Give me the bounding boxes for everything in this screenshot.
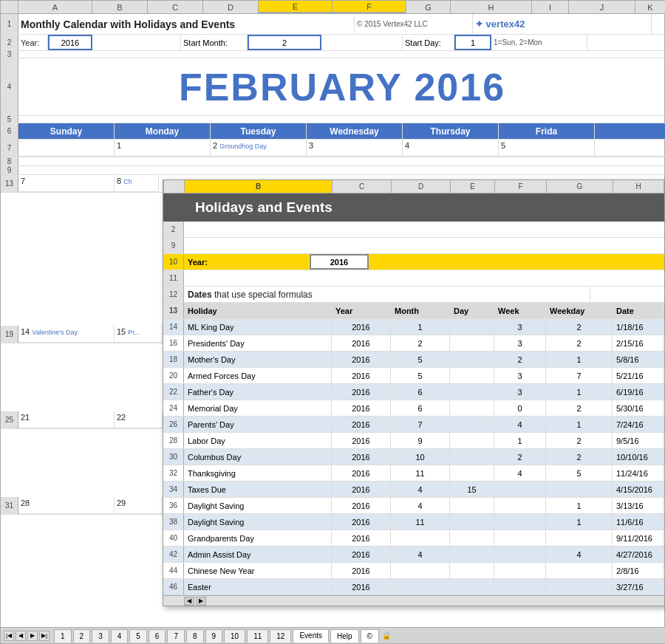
tab-3[interactable]: 3: [92, 629, 109, 643]
tab-events[interactable]: Events: [293, 629, 329, 643]
start-month-value[interactable]: 2: [248, 35, 321, 50]
cal-r2-mon-partial: 8 Ch: [115, 175, 159, 192]
col-weekday-header: Weekday: [546, 303, 613, 318]
month-val-26: 7: [391, 417, 450, 432]
overlay-data-row-22: 22 Father's Day 2016 6 3 1 6/19/16: [163, 384, 664, 400]
year-val-34: 2016: [332, 482, 391, 497]
sunday-header: Sunday: [18, 123, 115, 139]
tab-12[interactable]: 12: [270, 629, 291, 643]
overlay-rownum-34: 34: [163, 482, 184, 497]
overlay-col-d: D: [392, 180, 451, 193]
tab-navigation: |◀ ◀ ▶ ▶|: [1, 631, 52, 641]
tab-bar: |◀ ◀ ▶ ▶| 1 2 3 4 5 6 7 8 9 10 11 12 Eve…: [1, 627, 665, 643]
title-cell: Monthly Calendar with Holidays and Event…: [18, 14, 355, 34]
week-val-14: 3: [494, 319, 546, 335]
overlay-data-row-24: 24 Memorial Day 2016 6 0 2 5/30/16: [163, 400, 664, 417]
day-val-14: [450, 319, 494, 335]
month-header-cell: FEBRUARY 2016: [18, 58, 665, 115]
weekday-note-cell: 1=Sun, 2=Mon: [491, 35, 587, 50]
tab-4[interactable]: 4: [111, 629, 129, 643]
holiday-name-38: Daylight Saving: [184, 514, 332, 530]
week-val-32: 4: [494, 465, 546, 481]
tab-1[interactable]: 1: [54, 629, 72, 643]
overlay-data-row-30: 30 Columbus Day 2016 10 2 2 10/10/16: [163, 449, 664, 465]
date-val-46: 3/27/16: [613, 579, 664, 595]
tab-7[interactable]: 7: [167, 629, 185, 643]
rownum-19: 19: [1, 326, 18, 343]
col-header-row: A B C D E F G H I J K: [1, 1, 665, 14]
month-val-16: 2: [391, 335, 450, 351]
day-val-16: [450, 335, 494, 351]
tab-help[interactable]: Help: [330, 629, 359, 643]
overlay-rownum-2: 2: [163, 222, 184, 237]
year-val-14: 2016: [332, 319, 391, 335]
overlay-scroll-tabs: ◀ ▶: [184, 597, 206, 606]
tab-copyright[interactable]: ©: [361, 629, 379, 643]
weekday-val-26: 1: [546, 417, 613, 432]
overlay-rownum-30: 30: [163, 449, 184, 465]
weekday-val-22: 1: [546, 384, 613, 400]
day-val-44: [450, 563, 494, 578]
overlay-data-row-36: 36 Daylight Saving 2016 4 1 3/13/16: [163, 498, 664, 514]
tab-prev-arrow[interactable]: ◀: [16, 631, 26, 641]
holidays-events-panel: B C D E F G H Holidays and Events 2 9 10…: [163, 179, 665, 606]
year-val-22: 2016: [332, 384, 391, 400]
tab-first-arrow[interactable]: |◀: [4, 631, 14, 641]
overlay-col-h: H: [613, 180, 664, 193]
year-value-overlay[interactable]: 2016: [310, 254, 369, 270]
tab-9[interactable]: 9: [205, 629, 223, 643]
tab-2[interactable]: 2: [73, 629, 91, 643]
holiday-name-16: Presidents' Day: [184, 335, 332, 351]
week-val-36: [494, 498, 546, 513]
month-val-18: 5: [391, 352, 450, 367]
overlay-data-rows: 14 ML King Day 2016 1 3 2 1/18/16 16 Pre…: [163, 319, 664, 595]
tab-next-arrow[interactable]: ▶: [27, 631, 38, 641]
month-val-30: 10: [391, 449, 450, 465]
rownum-4: 4: [1, 58, 18, 115]
rownum-5: 5: [1, 116, 18, 123]
row-1: 1 Monthly Calendar with Holidays and Eve…: [1, 14, 665, 35]
week-val-20: 3: [494, 368, 546, 383]
weekday-val-32: 5: [546, 465, 613, 481]
date-val-28: 9/5/16: [613, 433, 664, 448]
tab-8[interactable]: 8: [186, 629, 204, 643]
cal-r1-sun: [18, 140, 115, 157]
tab-last-arrow[interactable]: ▶|: [39, 631, 50, 641]
week-val-28: 1: [494, 433, 546, 448]
holiday-name-32: Thanksgiving: [184, 465, 332, 481]
day-val-42: [450, 547, 494, 562]
cal-r1-fri: 5: [499, 140, 595, 157]
scroll-right[interactable]: ▶: [196, 597, 206, 606]
overlay-data-row-32: 32 Thanksgiving 2016 11 4 5 11/24/16: [163, 465, 664, 482]
start-day-value[interactable]: 1: [454, 35, 491, 50]
date-val-16: 2/15/16: [613, 335, 664, 351]
overlay-row-12: 12 Dates that use special formulas: [163, 287, 664, 303]
overlay-rownum-14: 14: [163, 319, 184, 335]
tab-11[interactable]: 11: [247, 629, 268, 643]
weekday-val-24: 2: [546, 400, 613, 416]
spacer1: [92, 35, 181, 50]
date-val-24: 5/30/16: [613, 400, 664, 416]
month-val-28: 9: [391, 433, 450, 448]
day-val-32: [450, 465, 494, 481]
month-val-22: 6: [391, 384, 450, 400]
row-9: 9: [1, 166, 665, 175]
tab-10[interactable]: 10: [224, 629, 245, 643]
year-val-44: 2016: [332, 563, 391, 578]
overlay-data-row-46: 46 Easter 2016 3/27/16: [163, 579, 664, 595]
weekday-val-40: [546, 530, 613, 546]
date-val-20: 5/21/16: [613, 368, 664, 383]
overlay-rownum-28: 28: [163, 433, 184, 448]
overlay-h-scroll[interactable]: ◀ ▶: [163, 595, 664, 606]
row-6: 6 Sunday Monday Tuesday Wednesday Thursd…: [1, 123, 665, 140]
weekday-val-36: 1: [546, 498, 613, 513]
day-val-40: [450, 530, 494, 546]
weekday-val-30: 2: [546, 449, 613, 465]
scroll-left[interactable]: ◀: [184, 597, 194, 606]
overlay-rownum-9: 9: [163, 238, 184, 253]
weekday-val-16: 2: [546, 335, 613, 351]
tab-6[interactable]: 6: [149, 629, 166, 643]
year-value-cell[interactable]: 2016: [48, 35, 92, 50]
tab-5[interactable]: 5: [129, 629, 147, 643]
friday-header: Frida: [499, 123, 595, 139]
